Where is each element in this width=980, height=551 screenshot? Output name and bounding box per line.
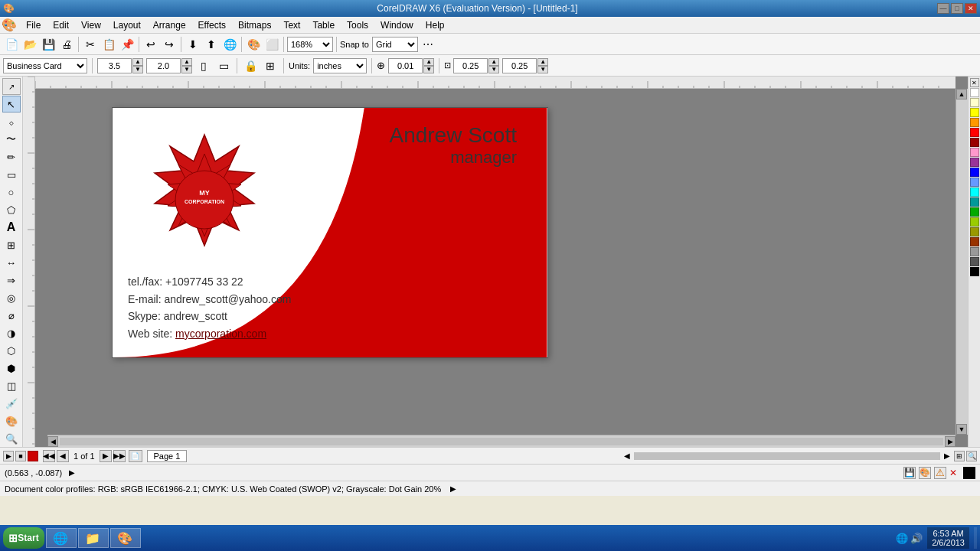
width-down[interactable]: ▼ — [132, 66, 143, 73]
nudge-down[interactable]: ▼ — [423, 66, 434, 73]
business-card[interactable]: MY CORPORATION Andrew Scott manager tel.… — [112, 107, 548, 358]
undo-button[interactable]: ↩ — [142, 36, 159, 53]
publish-button[interactable]: 🌐 — [221, 36, 238, 53]
shadow-btn[interactable]: ◑ — [2, 324, 21, 341]
offset-y-down[interactable]: ▼ — [537, 66, 548, 73]
menu-tools[interactable]: Tools — [341, 17, 374, 34]
outline-button[interactable]: ⬜ — [263, 36, 280, 53]
offset-x-up[interactable]: ▲ — [488, 58, 499, 66]
smart-draw-btn[interactable]: ✏ — [2, 148, 21, 165]
offset-y-input[interactable] — [502, 58, 537, 73]
black-swatch[interactable] — [963, 467, 975, 479]
scroll-down-btn[interactable]: ▼ — [956, 424, 967, 435]
width-up[interactable]: ▲ — [132, 58, 143, 66]
transparency-btn[interactable]: ◫ — [2, 377, 21, 394]
color-lightyellow[interactable] — [970, 98, 979, 107]
eyedropper-btn[interactable]: 💉 — [2, 395, 21, 412]
export-button[interactable]: ⬆ — [203, 36, 220, 53]
stop-btn[interactable]: ■ — [15, 451, 26, 461]
menu-arrange[interactable]: Arrange — [147, 17, 192, 34]
preset-select[interactable]: Business Card — [3, 58, 87, 73]
rectangle-btn[interactable]: ▭ — [2, 166, 21, 183]
minimize-button[interactable]: — — [937, 3, 949, 14]
save-button[interactable]: 💾 — [40, 36, 57, 53]
extrude-btn[interactable]: ⬢ — [2, 360, 21, 377]
warning-btn[interactable]: ⚠ — [934, 467, 946, 479]
redo-button[interactable]: ↪ — [161, 36, 178, 53]
nudge-up[interactable]: ▲ — [423, 58, 434, 66]
color-black[interactable] — [970, 267, 979, 276]
color-yellow[interactable] — [970, 108, 979, 117]
zoom-in-btn[interactable]: 🔍 — [966, 451, 977, 461]
snap-select[interactable]: Grid Page — [372, 37, 418, 52]
taskbar-ie[interactable]: 🌐 — [46, 528, 77, 548]
menu-file[interactable]: File — [20, 17, 47, 34]
zoom-select[interactable]: 168% 100% 200% — [287, 37, 333, 52]
scrollbar-bottom[interactable]: ◀ ▶ — [47, 435, 956, 447]
business-card-area[interactable]: MY CORPORATION Andrew Scott manager tel.… — [112, 107, 548, 358]
close-button[interactable]: ✕ — [965, 3, 977, 14]
scroll-left-btn[interactable]: ◀ — [47, 436, 58, 447]
scroll-up-btn[interactable]: ▲ — [956, 89, 967, 99]
canvas-area[interactable]: MY CORPORATION Andrew Scott manager tel.… — [35, 77, 968, 447]
height-down[interactable]: ▼ — [181, 66, 192, 73]
height-input[interactable] — [146, 58, 181, 73]
blend-btn[interactable]: ⇒ — [2, 272, 21, 289]
no-color-swatch[interactable]: ✕ — [970, 78, 979, 87]
taskbar-app3[interactable]: 🎨 — [110, 528, 141, 548]
menu-effects[interactable]: Effects — [192, 17, 232, 34]
color-teal[interactable] — [970, 197, 979, 207]
menu-edit[interactable]: Edit — [47, 17, 75, 34]
start-button[interactable]: ⊞ Start — [3, 527, 44, 549]
first-page-btn[interactable]: ◀◀ — [43, 450, 55, 462]
tray-network-icon[interactable]: 🌐 — [896, 533, 908, 544]
taskbar-explorer[interactable]: 📁 — [78, 528, 109, 548]
last-page-btn[interactable]: ▶▶ — [113, 450, 126, 462]
menu-window[interactable]: Window — [374, 17, 420, 34]
height-up[interactable]: ▲ — [181, 58, 192, 66]
ellipse-btn[interactable]: ○ — [2, 184, 21, 201]
nudge-input[interactable] — [388, 58, 423, 73]
page-scroll-left[interactable]: ◀ — [622, 451, 632, 461]
color-lightgreen[interactable] — [970, 217, 979, 227]
info-arrow[interactable]: ▶ — [450, 484, 456, 493]
color-red[interactable] — [970, 128, 979, 137]
fill-interactive-btn[interactable]: 🎨 — [2, 412, 21, 429]
copy-button[interactable]: 📋 — [100, 36, 117, 53]
polygon-btn[interactable]: ⬠ — [2, 201, 21, 218]
landscape-button[interactable]: ▭ — [215, 57, 232, 74]
portrait-button[interactable]: ▯ — [195, 57, 212, 74]
tray-volume-icon[interactable]: 🔊 — [910, 533, 923, 544]
offset-x-input[interactable] — [453, 58, 488, 73]
menu-layout[interactable]: Layout — [107, 17, 147, 34]
menu-view[interactable]: View — [75, 17, 107, 34]
next-page-btn[interactable]: ▶ — [100, 450, 112, 462]
maximize-button[interactable]: □ — [951, 3, 963, 14]
color-pink[interactable] — [970, 148, 979, 157]
color-darkred[interactable] — [970, 138, 979, 147]
scrollbar-right[interactable]: ▲ ▼ — [956, 89, 968, 435]
fill-button[interactable]: 🎨 — [245, 36, 262, 53]
contour-btn[interactable]: ◎ — [2, 289, 21, 306]
corner-control[interactable]: ↗ — [2, 78, 21, 95]
color-brown[interactable] — [970, 237, 979, 246]
table-btn[interactable]: ⊞ — [2, 236, 21, 253]
page-scroll-right[interactable]: ▶ — [942, 451, 952, 461]
new-button[interactable]: 📄 — [3, 36, 20, 53]
lock-button[interactable]: 🔒 — [242, 57, 259, 74]
offset-y-up[interactable]: ▲ — [537, 58, 548, 66]
shape-edit-btn[interactable]: ⬦ — [2, 113, 21, 130]
color-olive[interactable] — [970, 227, 979, 236]
cut-button[interactable]: ✂ — [82, 36, 99, 53]
menu-bitmaps[interactable]: Bitmaps — [232, 17, 277, 34]
offset-x-down[interactable]: ▼ — [488, 66, 499, 73]
show-desktop-btn[interactable] — [974, 527, 977, 549]
color-orange[interactable] — [970, 118, 979, 127]
color-lightblue[interactable] — [970, 178, 979, 187]
freehand-btn[interactable]: 〜 — [2, 131, 21, 148]
snap-options-button[interactable]: ⋯ — [420, 36, 436, 53]
color-profile-btn[interactable]: 🎨 — [919, 467, 931, 479]
color-gray[interactable] — [970, 247, 979, 256]
color-white[interactable] — [970, 88, 979, 97]
clock-area[interactable]: 6:53 AM 2/6/2013 — [927, 527, 969, 549]
